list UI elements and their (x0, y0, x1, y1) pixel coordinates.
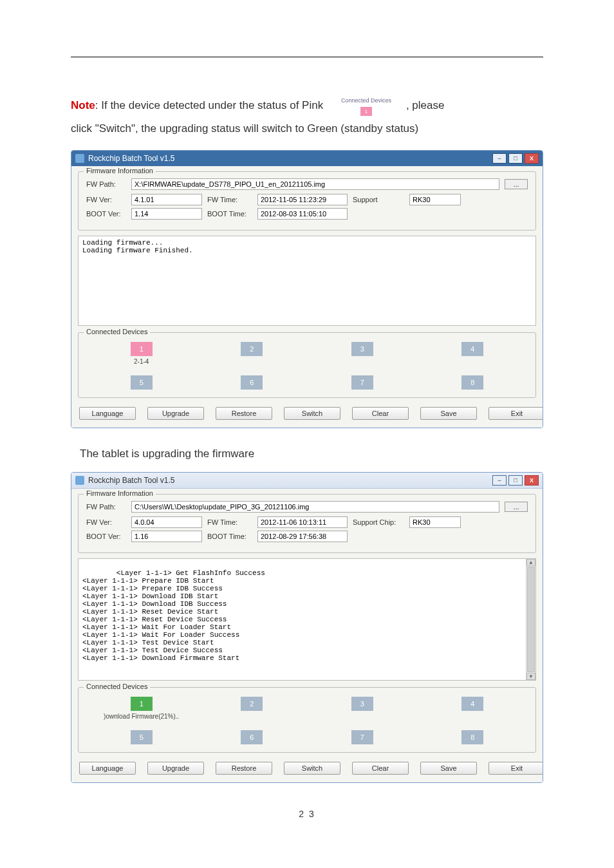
fwtime-input[interactable] (257, 516, 348, 528)
bootver-label: BOOT Ver: (86, 533, 126, 540)
bootver-input[interactable] (131, 531, 202, 542)
device-slot-1[interactable]: 1 (131, 342, 153, 356)
log-box-1: Loading firmware... Loading firmware Fin… (78, 236, 536, 326)
upgrade-button[interactable]: Upgrade (147, 762, 204, 775)
window-title: Rockchip Batch Tool v1.5 (88, 154, 175, 163)
firmware-info-fieldset-2: Firmware Information FW Path: ... FW Ver… (78, 494, 536, 553)
fwtime-label: FW Time: (207, 196, 252, 203)
device-slot-7[interactable]: 7 (351, 730, 373, 744)
support-label: Support Chip: (353, 518, 404, 526)
device-slot-5[interactable]: 5 (131, 730, 153, 744)
browse-button[interactable]: ... (505, 502, 528, 512)
note-label: Note (71, 99, 95, 111)
log-scrollbar[interactable]: ▲ ▼ (526, 559, 535, 680)
top-divider (71, 57, 543, 57)
device-slot-1-sub: 2-1-4 (134, 358, 149, 365)
device-slot-8[interactable]: 8 (461, 375, 483, 390)
maximize-button[interactable]: □ (508, 475, 523, 486)
minimize-button[interactable]: – (492, 153, 507, 164)
bootver-label: BOOT Ver: (86, 210, 126, 218)
bootver-input[interactable] (131, 208, 202, 220)
firmware-legend: Firmware Information (84, 489, 156, 497)
boottime-label: BOOT Time: (207, 533, 252, 540)
app-icon (75, 154, 84, 163)
inline-connected-devices-thumb: Connected Devices 1 (328, 96, 405, 116)
device-slot-8[interactable]: 8 (461, 730, 483, 744)
clear-button[interactable]: Clear (352, 407, 409, 420)
chip-input[interactable] (409, 194, 461, 205)
fwver-input[interactable] (131, 194, 202, 205)
titlebar-1[interactable]: Rockchip Batch Tool v1.5 – □ X (71, 151, 543, 166)
chip-input[interactable] (409, 516, 461, 528)
window-title: Rockchip Batch Tool v1.5 (88, 476, 175, 485)
connected-devices-fieldset-2: Connected Devices 1 )ownload Firmware(21… (78, 687, 536, 753)
switch-button[interactable]: Switch (284, 762, 340, 775)
fwpath-label: FW Path: (86, 180, 126, 188)
restore-button[interactable]: Restore (216, 407, 272, 420)
fwtime-label: FW Time: (207, 518, 252, 526)
fwpath-input[interactable] (131, 501, 499, 513)
boottime-label: BOOT Time: (207, 210, 252, 218)
intro-1a: : If the device detected under the statu… (95, 99, 323, 111)
thumb-label: Connected Devices (328, 96, 405, 106)
language-button[interactable]: Language (79, 407, 136, 420)
firmware-info-fieldset: Firmware Information FW Path: ... FW Ver… (78, 171, 536, 231)
save-button[interactable]: Save (420, 762, 477, 775)
maximize-button[interactable]: □ (508, 153, 523, 164)
scroll-up-icon[interactable]: ▲ (526, 559, 535, 566)
intro-line-2: click "Switch", the upgrading status wil… (71, 120, 543, 138)
device-slot-7[interactable]: 7 (351, 375, 373, 390)
device-slot-2[interactable]: 2 (241, 342, 263, 356)
fwver-input[interactable] (131, 516, 202, 528)
intro-1b: , please (406, 99, 445, 111)
upgrade-button[interactable]: Upgrade (147, 407, 204, 420)
device-slot-3[interactable]: 3 (351, 342, 373, 356)
fwver-label: FW Ver: (86, 196, 126, 203)
scroll-thumb[interactable] (527, 567, 535, 672)
save-button[interactable]: Save (420, 407, 477, 420)
device-slot-1[interactable]: 1 (131, 697, 153, 711)
devices-legend: Connected Devices (84, 328, 150, 335)
minimize-button[interactable]: – (492, 475, 507, 486)
device-slot-6[interactable]: 6 (241, 730, 263, 744)
close-button[interactable]: X (525, 153, 539, 164)
language-button[interactable]: Language (79, 762, 136, 775)
device-slot-5[interactable]: 5 (131, 375, 153, 390)
scroll-down-icon[interactable]: ▼ (526, 673, 535, 680)
device-slot-4[interactable]: 4 (461, 697, 483, 711)
log-text-2: <Layer 1-1-1> Get FlashInfo Success <Lay… (82, 569, 265, 662)
device-slot-2[interactable]: 2 (241, 697, 263, 711)
device-slot-6[interactable]: 6 (241, 375, 263, 390)
clear-button[interactable]: Clear (352, 762, 409, 775)
switch-button[interactable]: Switch (284, 407, 340, 420)
rockchip-tool-window-2: Rockchip Batch Tool v1.5 – □ X Firmware … (71, 472, 543, 783)
exit-button[interactable]: Exit (488, 762, 543, 775)
devices-legend: Connected Devices (84, 683, 150, 690)
restore-button[interactable]: Restore (216, 762, 272, 775)
device-slot-1-sub: )ownload Firmware(21%).. (104, 713, 179, 720)
button-row-1: Language Upgrade Restore Switch Clear Sa… (78, 404, 536, 421)
fwver-label: FW Ver: (86, 518, 126, 526)
boottime-input[interactable] (257, 208, 348, 220)
close-button[interactable]: X (525, 475, 539, 486)
exit-button[interactable]: Exit (488, 407, 543, 420)
page-number: 2 3 (71, 809, 543, 819)
titlebar-2[interactable]: Rockchip Batch Tool v1.5 – □ X (71, 473, 543, 489)
connected-devices-fieldset-1: Connected Devices 1 2-1-4 2 3 4 5 6 7 8 (78, 332, 536, 398)
button-row-2: Language Upgrade Restore Switch Clear Sa… (78, 759, 536, 776)
boottime-input[interactable] (257, 531, 348, 542)
fwpath-label: FW Path: (86, 503, 126, 511)
firmware-legend: Firmware Information (84, 167, 156, 175)
browse-button[interactable]: ... (505, 179, 528, 189)
app-icon (75, 476, 84, 485)
mid-text: The tablet is upgrading the firmware (80, 448, 543, 460)
device-slot-4[interactable]: 4 (461, 342, 483, 356)
rockchip-tool-window-1: Rockchip Batch Tool v1.5 – □ X Firmware … (71, 150, 543, 428)
thumb-slot-1: 1 (360, 107, 372, 116)
fwtime-input[interactable] (257, 194, 348, 205)
fwpath-input[interactable] (131, 178, 499, 190)
support-label: Support (353, 196, 404, 203)
log-box-2: <Layer 1-1-1> Get FlashInfo Success <Lay… (78, 558, 536, 681)
intro-line-1: Note: If the device detected under the s… (71, 96, 543, 116)
device-slot-3[interactable]: 3 (351, 697, 373, 711)
